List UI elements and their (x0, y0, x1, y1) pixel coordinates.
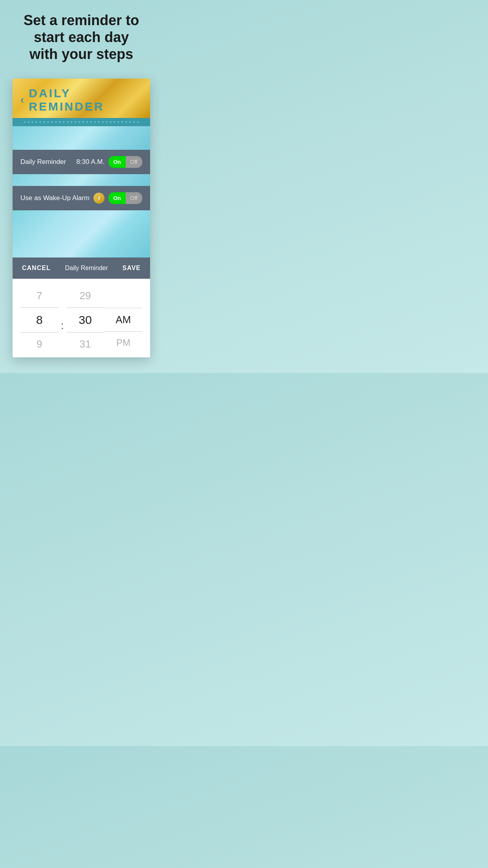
hour-below: 9 (37, 335, 42, 353)
toggle-off-label[interactable]: Off (126, 156, 142, 168)
toolbar-title: Daily Reminder (65, 265, 108, 272)
top-teal-banner (13, 126, 150, 150)
info-icon[interactable]: i (94, 193, 105, 204)
bottom-teal-area (13, 210, 150, 257)
page-title: Set a reminder to start each day with yo… (0, 0, 163, 79)
minute-below: 31 (80, 335, 91, 353)
minute-above: 29 (80, 287, 91, 305)
card-header: ‹ DAILY REMINDER (13, 79, 150, 118)
daily-reminder-label: Daily Reminder (20, 158, 66, 166)
daily-reminder-time: 8:30 A.M. (76, 158, 105, 166)
wakeup-toggle[interactable]: On Off (108, 192, 142, 204)
heart-border: ♥ ♥ ♥ ♥ ♥ ♥ ♥ ♥ ♥ ♥ ♥ ♥ ♥ ♥ ♥ ♥ ♥ ♥ ♥ ♥ … (13, 118, 150, 126)
wakeup-alarm-row: Use as Wake-Up Alarm i On Off (13, 186, 150, 210)
daily-reminder-row: Daily Reminder 8:30 A.M. On Off (13, 150, 150, 174)
toggle-on-label[interactable]: On (108, 156, 125, 168)
period-below: PM (116, 334, 130, 351)
minute-current: 30 (79, 310, 92, 330)
wakeup-alarm-label: Use as Wake-Up Alarm (20, 194, 90, 202)
save-button[interactable]: SAVE (123, 265, 141, 272)
toggle-on-label-2[interactable]: On (108, 192, 125, 204)
daily-reminder-card: ‹ DAILY REMINDER ♥ ♥ ♥ ♥ ♥ ♥ ♥ ♥ ♥ ♥ ♥ ♥… (13, 79, 150, 357)
time-separator: : (59, 305, 66, 335)
time-picker[interactable]: 7 8 9 : 29 30 31 AM (13, 279, 150, 357)
cancel-button[interactable]: CANCEL (22, 265, 51, 272)
daily-reminder-toggle[interactable]: On Off (108, 156, 142, 168)
minute-picker-col[interactable]: 29 30 31 (66, 287, 105, 353)
back-arrow-icon[interactable]: ‹ (20, 94, 24, 105)
toggle-off-label-2[interactable]: Off (126, 192, 142, 204)
period-above (122, 288, 125, 305)
hour-above: 7 (37, 287, 42, 305)
card-header-title: DAILY REMINDER (29, 86, 142, 113)
bottom-toolbar: CANCEL Daily Reminder SAVE (13, 257, 150, 279)
period-current: AM (116, 311, 131, 329)
hour-picker-col[interactable]: 7 8 9 (20, 287, 59, 353)
hour-current: 8 (36, 310, 43, 330)
mid-teal-divider (13, 174, 150, 186)
period-picker-col[interactable]: AM PM (104, 288, 142, 351)
